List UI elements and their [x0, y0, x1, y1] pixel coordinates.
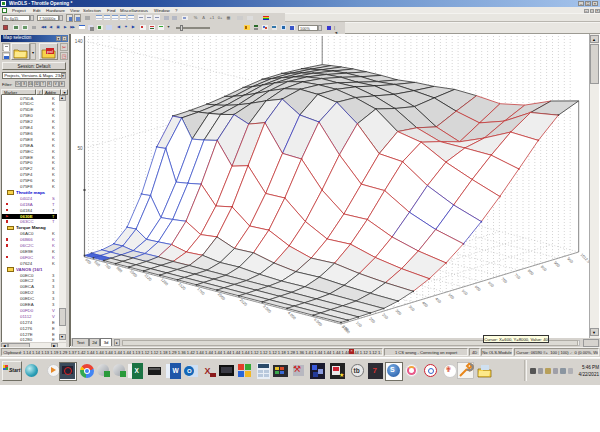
svg-text:600: 600 [474, 285, 481, 292]
svg-text:550: 550 [461, 289, 468, 296]
svg-text:700: 700 [500, 277, 507, 284]
svg-text:350: 350 [408, 305, 415, 312]
svg-text:140: 140 [75, 39, 83, 44]
svg-text:300: 300 [395, 309, 402, 316]
svg-text:880: 880 [115, 266, 122, 273]
svg-text:50: 50 [77, 146, 83, 151]
svg-text:200: 200 [368, 317, 375, 324]
svg-text:800: 800 [527, 269, 534, 276]
svg-text:900: 900 [553, 261, 560, 268]
svg-text:450: 450 [434, 297, 441, 304]
svg-text:850: 850 [540, 265, 547, 272]
svg-text:760: 760 [104, 263, 111, 270]
svg-text:750: 750 [513, 273, 520, 280]
svg-text:pwl: pwl [47, 49, 53, 54]
svg-text:400: 400 [421, 301, 428, 308]
svg-text:150: 150 [355, 321, 362, 328]
svg-text:500: 500 [447, 293, 454, 300]
svg-text:650: 650 [487, 281, 494, 288]
svg-text:250: 250 [381, 313, 388, 320]
svg-text:950: 950 [566, 257, 573, 264]
